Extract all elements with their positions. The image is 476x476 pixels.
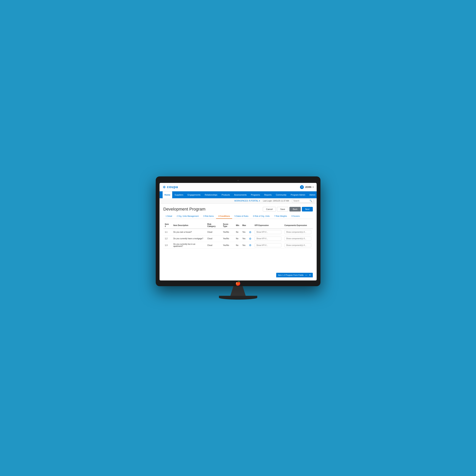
workspace-chevron-icon: ▾ (259, 200, 260, 202)
panel-title: Item 1.2 Program Form Fields (278, 274, 304, 276)
min-1: No (235, 229, 241, 236)
monitor-chin: 🍎 (159, 281, 317, 286)
risk-category-1: Cloud (206, 229, 221, 236)
page-header: Development Program Cancel Save Back Nex… (163, 207, 313, 212)
components-cell-1[interactable] (283, 229, 313, 236)
stand-neck (230, 286, 246, 296)
monitor-frame: ❄ coupa 4 JOHN ▾ Home Suppliers Engageme… (156, 176, 321, 286)
nav-item-community[interactable]: Community (274, 191, 289, 198)
next-button[interactable]: Next (302, 207, 313, 211)
risk-category-3: Cloud (206, 242, 221, 249)
camera-dot (238, 180, 239, 181)
nav-item-admin[interactable]: Admin (307, 191, 317, 198)
save-button[interactable]: Save (277, 207, 288, 211)
settings-icon-3[interactable]: ⚙ (247, 242, 253, 249)
settings-icon-2[interactable]: ⚙ (247, 236, 253, 242)
back-button[interactable]: Back (289, 207, 301, 211)
nav-item-programs[interactable]: Programs (249, 191, 262, 198)
score-type-2: Yes/No (221, 236, 235, 242)
components-cell-2[interactable] (283, 236, 313, 242)
content-area: Item # Item Description Risk Category Sc… (163, 222, 313, 277)
score-type-1: Yes/No (221, 229, 235, 236)
kpi-cell-3[interactable] (253, 242, 283, 249)
screen: ❄ coupa 4 JOHN ▾ Home Suppliers Engageme… (160, 183, 317, 280)
components-input-1[interactable] (285, 230, 311, 234)
max-1: Yes (241, 229, 247, 236)
kpi-input-1[interactable] (255, 230, 281, 234)
user-chevron-icon[interactable]: ▾ (313, 186, 314, 188)
user-name[interactable]: JOHN (305, 186, 311, 188)
nav-item-engagements[interactable]: Engagements (186, 191, 203, 198)
kpi-cell-2[interactable] (253, 236, 283, 242)
stand-base (219, 296, 257, 300)
components-input-2[interactable] (285, 237, 311, 240)
conditions-table: Item # Item Description Risk Category Sc… (163, 222, 313, 249)
tab-org-units[interactable]: 2 Org. Units Management (174, 214, 201, 219)
col-header-risk-category: Risk Category (206, 222, 221, 229)
last-login: Last Login: 19/01/25 11:37 AM (263, 200, 289, 202)
col-header-item-desc: Item Description (172, 222, 206, 229)
min-2: No (235, 236, 241, 242)
score-type-3: Yes/No (221, 242, 235, 249)
max-3: Yes (241, 242, 247, 249)
nav-item-relationships[interactable]: Relationships (203, 191, 219, 198)
nav-item-reports[interactable]: Reports (262, 191, 273, 198)
workspace-link[interactable]: WORKSPACES: R.PORTAL ▾ (234, 200, 260, 202)
panel-minimize-button[interactable]: — (305, 274, 307, 276)
cancel-button[interactable]: Cancel (263, 207, 276, 211)
tab-scorers[interactable]: 8 Scorers (289, 214, 302, 219)
item-desc-2: Do you currently have a mortgage? (172, 236, 206, 242)
nav-bar: Home Suppliers Engagements Relationships… (160, 191, 317, 198)
components-cell-3[interactable] (283, 242, 313, 249)
col-header-score-type: Score Type (221, 222, 235, 229)
max-2: Yes (241, 236, 247, 242)
search-box[interactable]: 🔍 (292, 199, 314, 203)
workspace-label: WORKSPACES: R.PORTAL (234, 200, 258, 202)
kpi-input-3[interactable] (255, 243, 281, 247)
table-row: 1.1 Do you own a house? Cloud Yes/No No … (163, 229, 313, 236)
logo-text: coupa (167, 185, 178, 189)
col-header-min: Min (235, 222, 241, 229)
workspace-bar: WORKSPACES: R.PORTAL ▾ Last Login: 19/01… (160, 198, 317, 204)
tab-dates-rules[interactable]: 5 Dates & Rules (232, 214, 251, 219)
tab-conditions[interactable]: 4 Conditions (216, 214, 232, 219)
monitor-bezel: ❄ coupa 4 JOHN ▾ Home Suppliers Engageme… (159, 183, 317, 281)
item-num-3: 1.3 (163, 242, 172, 249)
item-num-2: 1.2 (163, 236, 172, 242)
nav-item-assessments[interactable]: Assessments (232, 191, 248, 198)
monitor-wrapper: ❄ coupa 4 JOHN ▾ Home Suppliers Engageme… (156, 176, 321, 300)
search-icon: 🔍 (309, 200, 312, 202)
user-badge: 4 (300, 185, 304, 189)
tab-detail[interactable]: 1 Detail (163, 214, 174, 219)
components-input-3[interactable] (285, 243, 311, 247)
panel-close-button[interactable]: ✕ (309, 274, 311, 276)
search-input[interactable] (293, 200, 309, 202)
kpi-cell-1[interactable] (253, 229, 283, 236)
nav-item-suppliers[interactable]: Suppliers (172, 191, 185, 198)
wizard-tabs: 1 Detail 2 Org. Units Management 3 Risk … (163, 214, 313, 219)
coupa-logo-icon: ❄ (163, 185, 166, 189)
nav-item-program-admin[interactable]: Program Admin (289, 191, 307, 198)
nav-item-products[interactable]: Products (220, 191, 232, 198)
settings-icon-1[interactable]: ⚙ (247, 229, 253, 236)
item-num-1: 1.1 (163, 229, 172, 236)
col-header-kpi: KPI Expression (253, 222, 283, 229)
app-header: ❄ coupa 4 JOHN ▾ (160, 183, 317, 191)
tab-risk-weights[interactable]: 7 Risk Weights (272, 214, 289, 219)
user-area: 4 JOHN ▾ (300, 185, 313, 189)
floating-panel: Item 1.2 Program Form Fields — ✕ (276, 273, 313, 277)
col-header-item-num: Item # (163, 222, 172, 229)
nav-item-home[interactable]: Home (163, 191, 172, 198)
risk-category-2: Cloud (206, 236, 221, 242)
logo-area: ❄ coupa (163, 185, 178, 189)
kpi-input-2[interactable] (255, 237, 281, 240)
tab-risk-items[interactable]: 3 Risk Items (201, 214, 216, 219)
col-header-icon (247, 222, 253, 229)
col-header-max: Max (241, 222, 247, 229)
item-desc-3: Do you currently live in an apartment? (172, 242, 206, 249)
main-content: Development Program Cancel Save Back Nex… (160, 204, 317, 280)
table-row: 1.3 Do you currently live in an apartmen… (163, 242, 313, 249)
min-3: No (235, 242, 241, 249)
tab-risk-org-units[interactable]: 6 Risk of Org. Units (251, 214, 272, 219)
action-buttons: Cancel Save Back Next (263, 207, 313, 211)
